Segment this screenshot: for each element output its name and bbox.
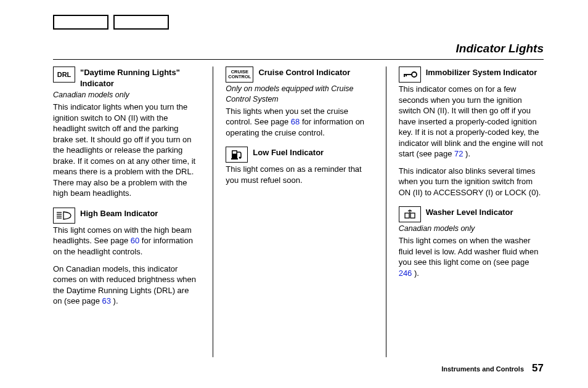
page-number: 57 (532, 362, 544, 374)
column-2: CRUISE CONTROL Cruise Control Indicator … (213, 67, 370, 357)
entry-cruise: CRUISE CONTROL Cruise Control Indicator … (226, 67, 370, 138)
page-title: Indicator Lights (456, 42, 544, 55)
entry-title: Immobilizer System Indicator (426, 67, 537, 78)
svg-rect-5 (233, 152, 237, 154)
entry-body: This indicator comes on for a few second… (399, 84, 544, 160)
entry-body: This light comes on as a reminder that y… (226, 164, 370, 185)
entry-body: This lights when you set the cruise cont… (226, 106, 370, 139)
top-box-2 (113, 15, 169, 30)
page-link[interactable]: 246 (399, 269, 412, 278)
high-beam-icon (53, 208, 75, 224)
entry-immobilizer: Immobilizer System Indicator This indica… (399, 67, 544, 198)
model-note: Only on models equipped with Cruise Cont… (226, 84, 370, 105)
entry-drl: DRL "Daytime Running Lights" Indicator C… (53, 67, 198, 199)
entry-body: This light comes on with the high beam h… (53, 225, 198, 257)
svg-rect-6 (231, 158, 238, 160)
column-3: Immobilizer System Indicator This indica… (386, 67, 544, 357)
entry-title: Washer Level Indicator (426, 206, 513, 218)
footer: Instruments and Controls 57 (441, 362, 544, 376)
svg-point-8 (412, 72, 417, 77)
svg-rect-12 (405, 213, 409, 218)
entry-high-beam: High Beam Indicator This light comes on … (53, 208, 198, 307)
drl-icon: DRL (53, 67, 75, 83)
washer-fluid-icon (399, 206, 421, 222)
top-box-1 (53, 15, 108, 30)
page-link[interactable]: 68 (291, 117, 300, 126)
manual-page: Indicator Lights DRL "Daytime Running Li… (0, 0, 588, 388)
entry-low-fuel: Low Fuel Indicator This light comes on a… (226, 147, 370, 185)
entry-body: This light comes on when the washer flui… (399, 235, 544, 278)
title-row: Indicator Lights (53, 41, 544, 60)
entry-body: This indicator also blinks several times… (399, 166, 544, 198)
model-note: Canadian models only (53, 90, 198, 100)
fuel-pump-icon (226, 147, 248, 163)
entry-title: Cruise Control Indicator (258, 67, 350, 78)
entry-body: This indicator lights when you turn the … (53, 102, 198, 199)
page-link[interactable]: 60 (131, 236, 139, 245)
section-name: Instruments and Controls (441, 365, 524, 373)
entry-body: On Canadian models, this indicator comes… (53, 264, 198, 307)
top-boxes (53, 15, 169, 30)
page-link[interactable]: 63 (102, 296, 111, 305)
columns: DRL "Daytime Running Lights" Indicator C… (53, 67, 544, 357)
svg-point-7 (239, 157, 241, 159)
page-link[interactable]: 72 (454, 149, 463, 158)
entry-title: High Beam Indicator (80, 208, 158, 219)
entry-title: "Daytime Running Lights" Indicator (80, 67, 198, 89)
svg-rect-13 (410, 213, 415, 218)
column-1: DRL "Daytime Running Lights" Indicator C… (53, 67, 198, 357)
model-note: Canadian models only (399, 224, 544, 234)
cruise-control-icon: CRUISE CONTROL (226, 67, 253, 83)
entry-washer: Washer Level Indicator Canadian models o… (399, 206, 544, 278)
entry-title: Low Fuel Indicator (253, 147, 324, 158)
key-icon (399, 67, 421, 83)
